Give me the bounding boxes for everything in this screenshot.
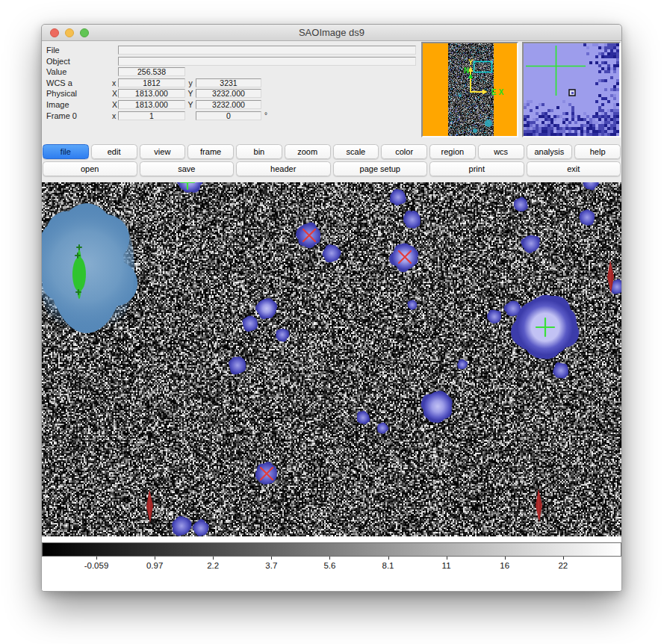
value-field[interactable] <box>118 67 185 76</box>
traffic-lights <box>50 28 89 37</box>
exit-button[interactable]: exit <box>527 161 621 176</box>
file-actions-bar: open save header page setup print exit <box>42 161 621 176</box>
ds9-window: SAOImage ds9 File Object Value <box>41 24 622 592</box>
info-row-file: File <box>46 46 416 55</box>
info-row-frame: Frame 0 x ° <box>46 111 416 120</box>
menu-scale-button[interactable]: scale <box>333 144 379 159</box>
menu-wcs-button[interactable]: wcs <box>478 144 524 159</box>
colorbar-tick <box>96 557 97 560</box>
colorbar-tick-label: 11 <box>442 561 451 570</box>
colorbar: -0.0590.972.23.75.68.1111622 <box>42 536 621 591</box>
fullscreen-button[interactable] <box>80 28 89 37</box>
colorbar-tick <box>505 557 506 560</box>
panner <box>421 42 518 137</box>
degree-symbol: ° <box>264 111 267 120</box>
colorbar-tick-label: 2.2 <box>207 561 219 570</box>
colorbar-tick-label: 5.6 <box>323 561 335 570</box>
colorbar-tick <box>155 557 155 560</box>
minimize-button[interactable] <box>65 28 74 37</box>
colorbar-tick <box>563 557 564 560</box>
titlebar[interactable]: SAOImage ds9 <box>42 25 621 41</box>
wcs-x-label: x <box>112 78 118 87</box>
colorbar-tick <box>329 557 330 560</box>
value-label: Value <box>46 67 112 76</box>
frame-x-field[interactable] <box>118 111 185 120</box>
close-button[interactable] <box>50 28 59 37</box>
menu-color-button[interactable]: color <box>381 144 427 159</box>
info-row-physical: Physical X Y <box>46 89 416 98</box>
wcs-y-label: y <box>185 78 196 87</box>
colorbar-tick <box>271 557 272 560</box>
save-button[interactable]: save <box>140 161 235 176</box>
desktop-background: SAOImage ds9 File Object Value <box>0 0 664 644</box>
frame-angle-field[interactable] <box>196 111 261 120</box>
file-label: File <box>46 46 112 55</box>
info-panel: File Object Value WCS a x <box>46 46 416 122</box>
menu-zoom-button[interactable]: zoom <box>285 144 331 159</box>
menu-bin-button[interactable]: bin <box>236 144 282 159</box>
physical-x-field[interactable] <box>118 89 185 98</box>
physical-y-label: Y <box>185 89 196 98</box>
image-x-label: X <box>112 100 118 109</box>
page-setup-button[interactable]: page setup <box>333 161 428 176</box>
info-row-value: Value <box>46 67 416 76</box>
magnifier <box>522 42 621 137</box>
window-title: SAOImage ds9 <box>42 25 621 40</box>
object-field[interactable] <box>118 57 416 66</box>
physical-y-field[interactable] <box>196 89 261 98</box>
object-label: Object <box>46 57 112 66</box>
wcs-label: WCS a <box>46 78 112 87</box>
info-bar: File Object Value WCS a x <box>42 41 621 140</box>
colorbar-tick-label: 22 <box>558 561 568 570</box>
menu-bar: file edit view frame bin zoom scale colo… <box>42 144 621 159</box>
menu-analysis-button[interactable]: analysis <box>527 144 573 159</box>
physical-x-label: X <box>112 89 118 98</box>
colorbar-tick-label: 16 <box>500 561 509 570</box>
colorbar-tick-label: 0.97 <box>146 561 163 570</box>
image-y-field[interactable] <box>196 100 261 109</box>
image-display-area <box>42 182 621 536</box>
magnifier-canvas[interactable] <box>524 43 619 136</box>
colorbar-tick <box>213 557 214 560</box>
info-row-wcs: WCS a x y <box>46 78 416 87</box>
colorbar-gradient[interactable] <box>42 542 621 557</box>
header-button[interactable]: header <box>236 161 331 176</box>
image-canvas[interactable] <box>42 182 621 536</box>
file-field[interactable] <box>118 46 416 55</box>
menu-view-button[interactable]: view <box>140 144 186 159</box>
info-row-object: Object <box>46 57 416 66</box>
physical-label: Physical <box>46 89 112 98</box>
image-x-field[interactable] <box>118 100 185 109</box>
menu-edit-button[interactable]: edit <box>91 144 137 159</box>
colorbar-tick <box>388 557 389 560</box>
frame-x-label: x <box>112 111 118 120</box>
menu-frame-button[interactable]: frame <box>187 144 234 159</box>
menu-help-button[interactable]: help <box>574 144 621 159</box>
panner-canvas[interactable] <box>423 43 517 136</box>
open-button[interactable]: open <box>43 161 137 176</box>
colorbar-tick <box>447 557 447 560</box>
menu-region-button[interactable]: region <box>429 144 476 159</box>
wcs-x-field[interactable] <box>118 78 185 87</box>
print-button[interactable]: print <box>429 161 524 176</box>
colorbar-tick-label: -0.059 <box>84 561 109 570</box>
frame-label: Frame 0 <box>46 111 112 120</box>
image-label: Image <box>46 100 112 109</box>
info-row-image: Image X Y <box>46 100 416 109</box>
wcs-y-field[interactable] <box>196 78 261 87</box>
colorbar-tick-label: 3.7 <box>265 561 277 570</box>
image-y-label: Y <box>185 100 196 109</box>
menu-file-button[interactable]: file <box>43 144 89 159</box>
colorbar-tick-label: 8.1 <box>382 561 394 570</box>
